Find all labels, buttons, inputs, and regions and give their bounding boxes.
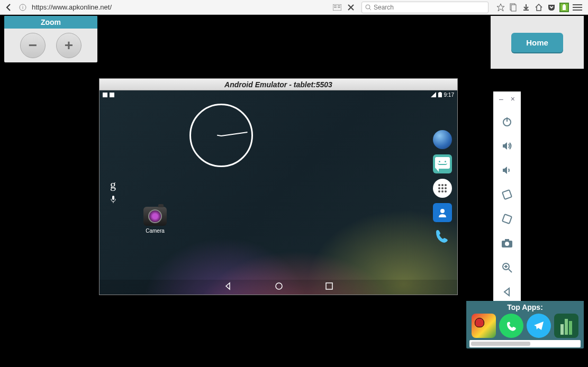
home-button[interactable]: Home — [511, 33, 563, 52]
svg-rect-33 — [502, 190, 512, 199]
google-search-widget[interactable]: g — [110, 178, 116, 204]
dock-browser-icon[interactable] — [433, 130, 452, 149]
svg-point-21 — [445, 184, 447, 186]
volume-down-button[interactable] — [496, 159, 518, 181]
dock-all-apps-icon[interactable] — [433, 179, 452, 198]
emu-back-button[interactable] — [496, 281, 518, 303]
panel-close-button[interactable]: × — [511, 95, 515, 103]
emulator-control-panel: – × — [493, 91, 521, 309]
svg-point-27 — [445, 190, 447, 192]
svg-point-25 — [438, 190, 440, 192]
zoom-panel: Zoom − + — [4, 16, 97, 62]
svg-rect-37 — [505, 239, 509, 241]
mic-icon[interactable] — [110, 196, 116, 204]
top-apps-panel: Top Apps: — [466, 301, 584, 348]
svg-point-28 — [440, 209, 445, 213]
app-tile-chart[interactable] — [554, 314, 578, 338]
svg-point-42 — [504, 318, 519, 333]
android-navbar — [99, 280, 457, 295]
rotate-left-button[interactable] — [496, 183, 518, 206]
dock-phone-icon[interactable] — [433, 227, 452, 246]
svg-rect-11 — [563, 5, 566, 10]
svg-point-20 — [441, 184, 444, 186]
svg-point-26 — [441, 190, 444, 192]
app-tile-rio[interactable] — [472, 314, 496, 338]
svg-rect-16 — [438, 93, 442, 97]
emulator-screen[interactable]: 9:17 g Camera — [99, 90, 457, 295]
battery-icon — [559, 3, 569, 12]
app-dock — [433, 130, 452, 246]
svg-rect-12 — [564, 4, 565, 5]
dock-contacts-icon[interactable] — [433, 203, 452, 222]
android-status-bar: 9:17 — [99, 90, 457, 99]
panel-minimize-button[interactable]: – — [499, 95, 503, 103]
browser-search-box[interactable] — [361, 2, 489, 13]
app-tile-whatsapp[interactable] — [499, 314, 523, 338]
browser-toolbar: i — [0, 0, 588, 15]
zoom-button[interactable] — [496, 256, 518, 279]
svg-rect-10 — [511, 5, 516, 11]
search-input[interactable] — [374, 4, 485, 11]
emulator-title: Android Emulator - tablet:5503 — [99, 79, 457, 90]
nav-recent-icon[interactable] — [325, 282, 333, 292]
svg-point-23 — [441, 187, 444, 189]
volume-up-button[interactable] — [496, 135, 518, 157]
dock-messages-icon[interactable] — [433, 154, 452, 173]
rotate-right-button[interactable] — [496, 208, 518, 230]
svg-point-7 — [366, 5, 370, 9]
top-apps-header: Top Apps: — [469, 302, 581, 314]
download-icon[interactable] — [521, 3, 531, 12]
svg-line-8 — [369, 8, 371, 10]
zoom-in-button[interactable]: + — [56, 33, 82, 58]
camera-app-shortcut[interactable]: Camera — [139, 207, 171, 234]
google-g-icon: g — [110, 178, 116, 191]
emulator-window: Android Emulator - tablet:5503 9:17 g — [99, 78, 458, 295]
svg-line-39 — [509, 269, 512, 272]
status-indicator-icon — [110, 93, 114, 97]
svg-point-36 — [505, 242, 509, 246]
screenshot-button[interactable] — [496, 232, 518, 254]
search-icon — [365, 4, 372, 11]
svg-rect-34 — [502, 214, 512, 224]
camera-label: Camera — [139, 228, 171, 234]
battery-icon — [438, 92, 442, 97]
zoom-out-button[interactable]: − — [20, 33, 46, 58]
site-info-icon[interactable]: i — [17, 2, 29, 13]
home-icon[interactable] — [534, 3, 544, 12]
nav-back-button[interactable] — [2, 2, 16, 13]
top-apps-scrollbar[interactable] — [469, 340, 581, 347]
stop-icon[interactable] — [345, 2, 357, 13]
reader-mode-icon[interactable] — [331, 2, 343, 13]
app-tile-telegram[interactable] — [527, 314, 551, 338]
library-icon[interactable] — [509, 3, 518, 12]
home-panel: Home — [491, 16, 584, 69]
nav-home-icon[interactable] — [275, 282, 283, 292]
svg-point-22 — [438, 187, 440, 189]
analog-clock-widget[interactable] — [189, 104, 253, 167]
svg-point-19 — [438, 184, 440, 186]
svg-rect-18 — [112, 196, 114, 200]
url-input[interactable] — [30, 2, 305, 13]
bookmark-icon[interactable] — [496, 3, 505, 12]
svg-text:i: i — [22, 5, 23, 10]
hamburger-menu-icon[interactable] — [572, 3, 583, 12]
svg-rect-30 — [326, 283, 332, 289]
signal-icon — [431, 92, 436, 97]
pocket-icon[interactable] — [547, 3, 556, 12]
status-indicator-icon — [103, 93, 107, 97]
zoom-label: Zoom — [4, 16, 97, 29]
svg-point-24 — [445, 187, 447, 189]
clock-text: 9:17 — [444, 92, 454, 98]
power-button[interactable] — [496, 111, 518, 133]
svg-point-29 — [276, 283, 282, 289]
svg-rect-17 — [439, 92, 441, 93]
nav-back-icon[interactable] — [224, 282, 232, 292]
camera-icon — [143, 207, 167, 226]
